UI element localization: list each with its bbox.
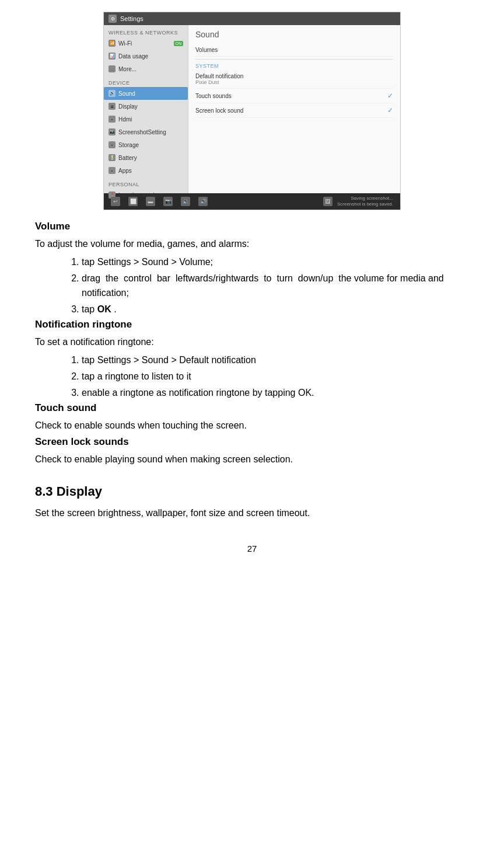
sidebar-hdmi-label: Hdmi: [118, 116, 132, 123]
touch-sound-body: Check to enable sounds when touching the…: [35, 419, 469, 433]
volumes-row: Volumes: [195, 44, 393, 57]
sidebar-item-more[interactable]: … More...: [104, 62, 188, 75]
saving-status: Saving screenshot... Screenshot is being…: [337, 196, 393, 207]
display-icon: 🖥: [108, 103, 116, 110]
sound-page-title: Sound: [195, 30, 393, 39]
topbar-title: Settings: [120, 15, 144, 22]
volume-down-icon[interactable]: 🔉: [181, 197, 190, 206]
system-label: SYSTEM: [195, 63, 393, 69]
notification-step-2: tap a ringtone to listen to it: [82, 369, 469, 384]
sidebar-wifi-label: Wi-Fi: [118, 40, 132, 47]
hdmi-icon: ▪: [108, 116, 116, 123]
wifi-icon: 📶: [108, 40, 116, 47]
touch-sound-heading: Touch sound: [35, 402, 469, 414]
sidebar-item-apps[interactable]: ▪ Apps: [104, 164, 188, 177]
ss-topbar: ⚙ Settings: [104, 12, 400, 25]
sidebar-sound-label: Sound: [118, 90, 135, 97]
storage-icon: ▪: [108, 141, 116, 148]
saving-sub: Screenshot is being saved.: [337, 201, 393, 207]
sidebar-section-personal: PERSONAL: [104, 179, 188, 189]
settings-topbar-icon: ⚙: [108, 15, 117, 23]
page-number: 27: [35, 544, 469, 553]
screen-lock-heading: Screen lock sounds: [35, 436, 469, 448]
volume-step-3: tap OK .: [82, 302, 469, 317]
sound-icon: 🔊: [108, 90, 116, 97]
battery-icon: 🔋: [108, 154, 116, 161]
ss-sidebar: WIRELESS & NETWORKS 📶 Wi-Fi ON 📊 Data us…: [104, 25, 188, 193]
sidebar-more-label: More...: [118, 66, 136, 72]
screenshot-capture-icon: 🖼: [323, 197, 332, 206]
sidebar-item-data-usage[interactable]: 📊 Data usage: [104, 50, 188, 62]
doc-content: Volume To adjust the volume for media, g…: [35, 221, 469, 520]
touch-sounds-check: ✓: [387, 92, 393, 100]
sidebar-display-label: Display: [118, 103, 138, 110]
notification-step-3: enable a ringtone as notification ringto…: [82, 385, 469, 401]
volume-step-2: drag the control bar leftwards/rightward…: [82, 271, 469, 301]
sidebar-section-device: DEVICE: [104, 78, 188, 87]
back-nav-icon[interactable]: ↩: [111, 197, 120, 206]
sidebar-battery-label: Battery: [118, 155, 137, 161]
default-notification-sublabel: Pixie Dust: [195, 79, 243, 85]
screen-lock-row[interactable]: Screen lock sound ✓: [195, 103, 393, 118]
sidebar-item-sound[interactable]: 🔊 Sound: [104, 87, 188, 100]
default-notification-label: Default notification: [195, 73, 243, 79]
volumes-label: Volumes: [195, 47, 218, 53]
sidebar-data-label: Data usage: [118, 53, 148, 60]
screenshot-box: ⚙ Settings WIRELESS & NETWORKS 📶 Wi-Fi O…: [103, 12, 401, 210]
volume-step-1: tap Settings > Sound > Volume;: [82, 255, 469, 270]
screenshot-nav-icon[interactable]: 📷: [163, 197, 173, 206]
home-nav-icon[interactable]: ⬜: [128, 197, 138, 206]
screen-lock-body: Check to enable playing sound when makin…: [35, 452, 469, 466]
divider-1: [195, 59, 393, 60]
notification-intro: To set a notification ringtone:: [35, 335, 469, 349]
volume-heading: Volume: [35, 221, 469, 232]
sidebar-apps-label: Apps: [118, 168, 132, 174]
screen-lock-label: Screen lock sound: [195, 107, 243, 114]
data-usage-icon: 📊: [108, 53, 116, 60]
sidebar-item-battery[interactable]: 🔋 Battery: [104, 151, 188, 164]
screenshot-icon: 📷: [108, 128, 116, 135]
page-container: ⚙ Settings WIRELESS & NETWORKS 📶 Wi-Fi O…: [0, 0, 504, 589]
volume-up-icon[interactable]: 🔊: [198, 197, 208, 206]
display-heading: 8.3 Display: [35, 484, 469, 499]
ok-bold: OK: [97, 304, 111, 314]
sidebar-storage-label: Storage: [118, 142, 139, 148]
touch-sounds-label: Touch sounds: [195, 93, 232, 99]
touch-sounds-row[interactable]: Touch sounds ✓: [195, 89, 393, 103]
notification-heading: Notification ringtone: [35, 319, 469, 330]
recent-nav-icon[interactable]: ▬: [146, 197, 155, 206]
wifi-toggle: ON: [174, 41, 184, 46]
screenshot-container: ⚙ Settings WIRELESS & NETWORKS 📶 Wi-Fi O…: [35, 12, 469, 210]
notification-step-1: tap Settings > Sound > Default notificat…: [82, 353, 469, 368]
nav-icons: ↩ ⬜ ▬ 📷 🔉 🔊: [111, 197, 208, 206]
volume-steps: tap Settings > Sound > Volume; drag the …: [82, 255, 469, 316]
ss-content: Sound Volumes SYSTEM Default notificatio…: [188, 25, 400, 193]
sidebar-item-wifi[interactable]: 📶 Wi-Fi ON: [104, 37, 188, 50]
notification-steps: tap Settings > Sound > Default notificat…: [82, 353, 469, 400]
saving-text: Saving screenshot...: [337, 196, 393, 201]
ss-body: WIRELESS & NETWORKS 📶 Wi-Fi ON 📊 Data us…: [104, 25, 400, 193]
sidebar-item-display[interactable]: 🖥 Display: [104, 100, 188, 113]
more-icon: …: [108, 65, 116, 72]
sidebar-item-storage[interactable]: ▪ Storage: [104, 138, 188, 151]
sidebar-section-wireless: WIRELESS & NETWORKS: [104, 27, 188, 37]
default-notification-info: Default notification Pixie Dust: [195, 73, 243, 85]
default-notification-row[interactable]: Default notification Pixie Dust: [195, 70, 393, 89]
screen-lock-check: ✓: [387, 106, 393, 114]
sidebar-item-hdmi[interactable]: ▪ Hdmi: [104, 113, 188, 126]
sidebar-item-screenshot[interactable]: 📷 ScreenshotSetting: [104, 126, 188, 138]
display-body: Set the screen brightness, wallpaper, fo…: [35, 506, 469, 520]
volume-intro: To adjust the volume for media, games, a…: [35, 237, 469, 251]
apps-icon: ▪: [108, 167, 116, 174]
status-right: 🖼 Saving screenshot... Screenshot is bei…: [323, 196, 393, 207]
sidebar-screenshot-label: ScreenshotSetting: [118, 129, 166, 135]
